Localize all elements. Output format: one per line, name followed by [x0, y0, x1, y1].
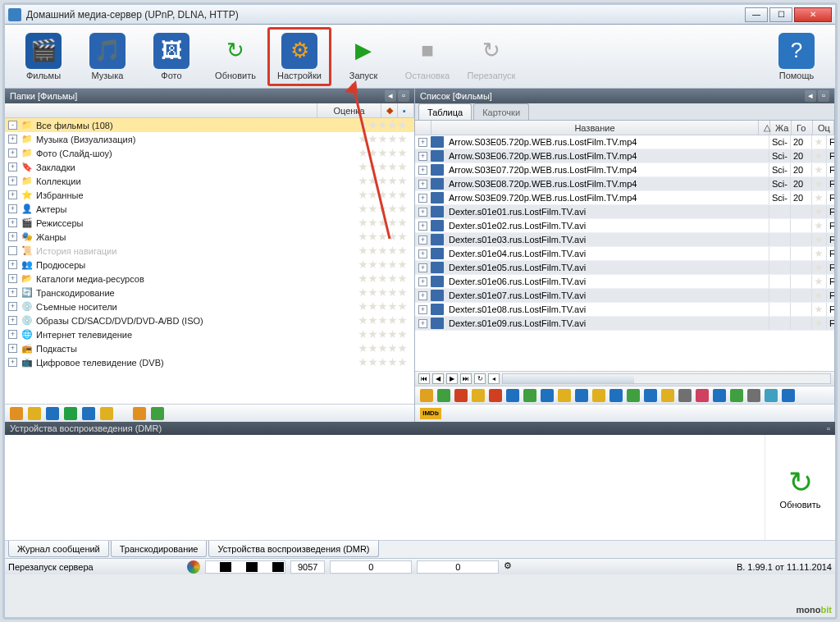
rating-cell[interactable]	[811, 135, 826, 149]
list-row[interactable]: + Arrow.S03E08.720p.WEB.rus.LostFilm.TV.…	[415, 177, 834, 191]
delete-icon[interactable]	[454, 389, 468, 402]
rating-stars[interactable]	[358, 288, 414, 297]
rating-cell[interactable]	[811, 303, 826, 316]
rating-column[interactable]: Оценка	[317, 103, 381, 117]
minimize-button[interactable]: —	[745, 7, 768, 22]
rating-cell[interactable]	[811, 261, 826, 274]
stop-button[interactable]: ■Остановка	[395, 27, 459, 86]
tab-cards[interactable]: Карточки	[473, 103, 529, 120]
expand-icon[interactable]: +	[8, 316, 17, 325]
expand-icon[interactable]: +	[8, 274, 17, 283]
refresh-button[interactable]: ↻Обновить	[203, 27, 267, 86]
rating-cell[interactable]	[811, 289, 826, 302]
collapse-icon[interactable]: ◂	[805, 90, 816, 102]
nav-next[interactable]: ▶	[446, 373, 458, 384]
expand-icon[interactable]: +	[8, 358, 17, 367]
action-icon[interactable]	[151, 407, 164, 420]
expand-icon[interactable]: +	[8, 260, 17, 269]
expand-icon[interactable]: +	[418, 319, 427, 328]
tab-dmr[interactable]: Устройства воспроизведения (DMR)	[208, 541, 378, 557]
rating-stars[interactable]	[358, 316, 414, 325]
list-row[interactable]: + Dexter.s01e08.rus.LostFilm.TV.avi F	[415, 303, 834, 317]
tree-item[interactable]: + 📁 Коллекции	[5, 174, 414, 188]
action-icon[interactable]	[46, 407, 59, 420]
action-icon[interactable]	[437, 389, 450, 402]
rating-cell[interactable]	[811, 247, 826, 260]
nav-prev[interactable]: ◀	[432, 373, 444, 384]
tree-item[interactable]: + 🌐 Интернет телевидение	[5, 327, 414, 341]
expand-icon[interactable]: +	[418, 208, 427, 217]
tree-item[interactable]: 📜 История навигации	[5, 244, 414, 258]
expand-icon[interactable]: +	[8, 302, 17, 311]
action-icon[interactable]	[506, 389, 519, 402]
file-list[interactable]: + Arrow.S03E05.720p.WEB.rus.LostFilm.TV.…	[415, 135, 834, 371]
expand-icon[interactable]: +	[418, 152, 427, 161]
restart-button[interactable]: ↻Перезапуск	[459, 27, 523, 86]
expand-icon[interactable]: +	[8, 135, 17, 144]
year-column[interactable]: Го	[792, 121, 813, 135]
nav-refresh[interactable]: ↻	[474, 373, 486, 384]
tree-item[interactable]: + 🔖 Закладки	[5, 160, 414, 174]
folder-tree[interactable]: - 📁 Все фильмы (108) + 📁 Музыка (Визуали…	[5, 118, 414, 404]
list-row[interactable]: + Dexter.s01e07.rus.LostFilm.TV.avi F	[415, 289, 834, 303]
expand-icon[interactable]: +	[418, 277, 427, 286]
list-row[interactable]: + Arrow.S03E05.720p.WEB.rus.LostFilm.TV.…	[415, 135, 834, 149]
expand-icon[interactable]: +	[8, 288, 17, 297]
expand-icon[interactable]: +	[8, 204, 17, 213]
rating-stars[interactable]	[358, 302, 414, 311]
expand-icon[interactable]	[8, 246, 17, 255]
rating-cell[interactable]	[811, 233, 826, 246]
action-icon[interactable]	[730, 389, 743, 402]
list-row[interactable]: + Dexter.s01e04.rus.LostFilm.TV.avi F	[415, 247, 834, 261]
tab-log[interactable]: Журнал сообщений	[8, 541, 109, 557]
expand-icon[interactable]: +	[8, 330, 17, 339]
list-row[interactable]: + Dexter.s01e09.rus.LostFilm.TV.avi F	[415, 317, 834, 331]
expand-icon[interactable]: +	[8, 162, 17, 172]
action-icon[interactable]	[696, 389, 709, 402]
action-icon[interactable]	[558, 389, 571, 402]
action-icon[interactable]	[523, 389, 536, 402]
tree-item[interactable]: + 👤 Актеры	[5, 202, 414, 216]
rating-stars[interactable]	[358, 190, 414, 199]
action-icon[interactable]	[678, 389, 692, 402]
pin-icon[interactable]: ▫	[398, 90, 409, 102]
action-icon[interactable]	[472, 389, 485, 402]
photo-button[interactable]: 🖼Фото	[139, 27, 203, 86]
music-button[interactable]: 🎵Музыка	[75, 27, 139, 86]
genre-column[interactable]: Жа	[770, 121, 792, 135]
list-row[interactable]: + Arrow.S03E07.720p.WEB.rus.LostFilm.TV.…	[415, 163, 834, 177]
action-icon[interactable]	[747, 389, 760, 402]
action-icon[interactable]	[64, 407, 77, 420]
rating-cell[interactable]	[811, 191, 826, 204]
tree-item[interactable]: + 🎭 Жанры	[5, 230, 414, 244]
pin-icon[interactable]: ▫	[827, 423, 830, 433]
rating-column[interactable]: Оц	[813, 121, 834, 135]
action-icon[interactable]	[661, 389, 674, 402]
rating-stars[interactable]	[358, 330, 414, 339]
tree-item[interactable]: - 📁 Все фильмы (108)	[5, 118, 414, 132]
rating-stars[interactable]	[358, 218, 414, 227]
action-icon[interactable]	[28, 407, 41, 420]
expand-icon[interactable]: +	[418, 138, 427, 147]
rating-stars[interactable]	[358, 358, 414, 367]
rating-stars[interactable]	[358, 260, 414, 269]
tab-table[interactable]: Таблица	[418, 103, 472, 120]
tree-item[interactable]: + 💿 Съемные носители	[5, 300, 414, 313]
rating-stars[interactable]	[358, 274, 414, 283]
list-row[interactable]: + Dexter.s01e05.rus.LostFilm.TV.avi F	[415, 261, 834, 275]
tree-item[interactable]: + 💿 Образы CD/SACD/DVD/DVD-A/BD (ISO)	[5, 313, 414, 327]
rating-stars[interactable]	[358, 204, 414, 213]
name-column[interactable]: Название	[431, 121, 759, 135]
expand-icon[interactable]: +	[418, 291, 427, 300]
expand-icon[interactable]: +	[8, 149, 17, 158]
list-row[interactable]: + Dexter.s01e03.rus.LostFilm.TV.avi F	[415, 233, 834, 247]
tree-item[interactable]: + 📁 Фото (Слайд-шоу)	[5, 146, 414, 160]
action-icon[interactable]	[100, 407, 113, 420]
movies-button[interactable]: 🎬Фильмы	[11, 27, 75, 86]
save-icon[interactable]	[82, 407, 95, 420]
dmr-refresh-panel[interactable]: ↻ Обновить	[765, 435, 835, 540]
rating-stars[interactable]	[358, 232, 414, 241]
rating-cell[interactable]	[811, 219, 826, 232]
rating-stars[interactable]	[358, 176, 414, 185]
tree-item[interactable]: + 🔄 Транскодирование	[5, 286, 414, 300]
